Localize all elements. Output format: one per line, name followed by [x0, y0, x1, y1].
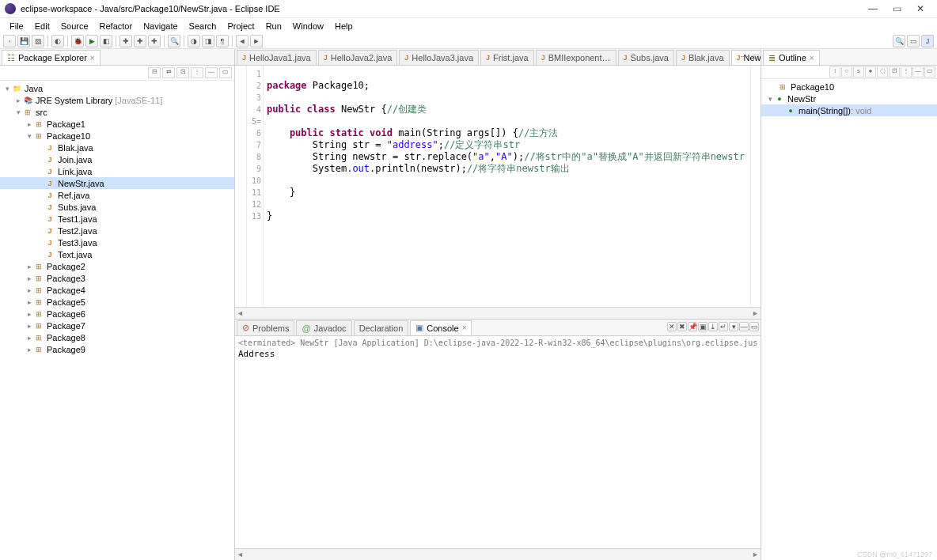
- code-editor[interactable]: 12345=678910111213 package Package10; pu…: [235, 66, 761, 307]
- toggle-mark-icon[interactable]: ◑: [188, 35, 200, 47]
- minimize-editor-icon[interactable]: —: [741, 51, 749, 60]
- package-node[interactable]: ▸⊞Package2: [0, 260, 234, 272]
- package-node[interactable]: ▸⊞Package4: [0, 284, 234, 296]
- maximize-view-icon[interactable]: ▭: [749, 322, 759, 331]
- close-button[interactable]: ✕: [909, 3, 932, 14]
- quick-access-icon[interactable]: 🔍: [893, 35, 905, 47]
- package-node[interactable]: ▸⊞Package1: [0, 118, 234, 130]
- java-file[interactable]: JTest1.java: [0, 213, 234, 225]
- outline-class[interactable]: ▾●NewStr: [761, 93, 937, 104]
- close-icon[interactable]: ×: [462, 324, 467, 332]
- new-class-icon[interactable]: ✚: [148, 35, 161, 47]
- menu-refactor[interactable]: Refactor: [95, 20, 138, 32]
- package-explorer-tree[interactable]: ▾📁Java ▸📚JRE System Library [JavaSE-11] …: [0, 81, 234, 560]
- java-file[interactable]: JBlak.java: [0, 142, 234, 153]
- package-node[interactable]: ▸⊞Package5: [0, 296, 234, 308]
- console-scrollbar[interactable]: ◄►: [235, 548, 761, 560]
- debug-icon[interactable]: 🐞: [71, 35, 84, 47]
- java-file[interactable]: JTest3.java: [0, 236, 234, 248]
- open-perspective-icon[interactable]: ▭: [907, 35, 920, 47]
- collapse-all-icon[interactable]: ⊟: [148, 67, 161, 78]
- hide-static-icon[interactable]: s: [853, 66, 864, 78]
- coverage-icon[interactable]: ◧: [100, 35, 112, 47]
- menu-project[interactable]: Project: [222, 20, 259, 32]
- package-node[interactable]: ▸⊞Package9: [0, 343, 234, 355]
- hide-fields-icon[interactable]: ○: [841, 66, 852, 78]
- package-node[interactable]: ▸⊞Package3: [0, 272, 234, 284]
- editor-tab[interactable]: JSubs.java: [618, 50, 674, 65]
- java-file[interactable]: JLink.java: [0, 165, 234, 177]
- menu-run[interactable]: Run: [261, 20, 286, 32]
- outline-tree[interactable]: ⊞Package10 ▾●NewStr ●main(String[]) : vo…: [761, 79, 937, 560]
- focus-icon[interactable]: ⊡: [889, 66, 900, 78]
- minimize-button[interactable]: —: [861, 3, 885, 14]
- open-console-icon[interactable]: ▾: [729, 322, 738, 331]
- view-menu-icon[interactable]: ⋮: [901, 66, 912, 78]
- menu-edit[interactable]: Edit: [30, 20, 55, 32]
- tab-declaration[interactable]: Declaration: [354, 320, 409, 335]
- maximize-view-icon[interactable]: ▭: [219, 67, 232, 78]
- java-file-selected[interactable]: JNewStr.java: [0, 177, 234, 189]
- tab-outline[interactable]: ≣ Outline ×: [763, 50, 820, 65]
- editor-tab[interactable]: JHelloJava3.java: [399, 50, 479, 65]
- editor-tab[interactable]: JHelloJava1.java: [237, 50, 317, 65]
- editor-tab[interactable]: JFrist.java: [480, 50, 534, 65]
- clear-console-icon[interactable]: ✕: [667, 322, 677, 331]
- new-package-icon[interactable]: ✚: [134, 35, 146, 47]
- menu-help[interactable]: Help: [330, 20, 358, 32]
- save-icon[interactable]: 💾: [17, 35, 30, 47]
- editor-tab[interactable]: JBMIIexponent…: [536, 50, 616, 65]
- java-file[interactable]: JTest2.java: [0, 225, 234, 236]
- maximize-view-icon[interactable]: ▭: [924, 66, 935, 78]
- new-icon[interactable]: ◦: [3, 35, 16, 47]
- package-node[interactable]: ▸⊞Package8: [0, 331, 234, 343]
- java-file[interactable]: JJoin.java: [0, 153, 234, 165]
- java-perspective-icon[interactable]: J: [921, 35, 934, 47]
- menu-navigate[interactable]: Navigate: [138, 20, 182, 32]
- show-whitespace-icon[interactable]: ¶: [216, 35, 229, 47]
- console-output[interactable]: <terminated> NewStr [Java Application] D…: [235, 336, 761, 549]
- maximize-button[interactable]: ▭: [885, 3, 909, 14]
- display-console-icon[interactable]: ▣: [698, 322, 707, 331]
- forward-icon[interactable]: ►: [250, 35, 263, 47]
- hide-nonpublic-icon[interactable]: ●: [865, 66, 876, 78]
- remove-launch-icon[interactable]: ✖: [677, 322, 687, 331]
- editor-scrollbar[interactable]: ◄►: [235, 307, 761, 319]
- tab-problems[interactable]: ⊘Problems: [237, 320, 294, 335]
- close-icon[interactable]: ×: [90, 54, 95, 62]
- menu-window[interactable]: Window: [288, 20, 328, 32]
- minimize-view-icon[interactable]: —: [912, 66, 924, 78]
- focus-icon[interactable]: ⊡: [176, 67, 189, 78]
- hide-local-icon[interactable]: ◌: [877, 66, 888, 78]
- menu-search[interactable]: Search: [184, 20, 222, 32]
- line-number-ruler[interactable]: 12345=678910111213: [247, 66, 264, 307]
- back-icon[interactable]: ◄: [236, 35, 248, 47]
- pin-console-icon[interactable]: 📌: [688, 322, 697, 331]
- toggle-block-icon[interactable]: ◨: [202, 35, 214, 47]
- outline-package[interactable]: ⊞Package10: [761, 81, 937, 93]
- tab-package-explorer[interactable]: ☷ Package Explorer ×: [2, 50, 101, 65]
- editor-tab[interactable]: JBlak.java: [676, 50, 730, 65]
- word-wrap-icon[interactable]: ↵: [719, 322, 728, 331]
- run-icon[interactable]: ▶: [85, 35, 98, 47]
- project-node[interactable]: ▾📁Java: [0, 82, 234, 94]
- search-icon[interactable]: 🔍: [168, 35, 180, 47]
- editor-tab[interactable]: JHelloJava2.java: [318, 50, 398, 65]
- marker-ruler[interactable]: [235, 66, 247, 307]
- menu-source[interactable]: Source: [56, 20, 93, 32]
- scroll-lock-icon[interactable]: ⤓: [708, 322, 718, 331]
- outline-method-selected[interactable]: ●main(String[]) : void: [761, 104, 937, 116]
- package-node[interactable]: ▾⊞Package10: [0, 130, 234, 142]
- java-file[interactable]: JSubs.java: [0, 201, 234, 213]
- minimize-view-icon[interactable]: —: [205, 67, 218, 78]
- package-node[interactable]: ▸⊞Package6: [0, 308, 234, 320]
- maximize-editor-icon[interactable]: ▭: [752, 51, 759, 60]
- java-file[interactable]: JText.java: [0, 248, 234, 260]
- tab-console[interactable]: ▣Console×: [410, 320, 472, 335]
- tab-javadoc[interactable]: @Javadoc: [296, 320, 351, 335]
- save-all-icon[interactable]: ▨: [32, 35, 44, 47]
- jre-node[interactable]: ▸📚JRE System Library [JavaSE-11]: [0, 94, 234, 106]
- new-java-project-icon[interactable]: ✚: [119, 35, 132, 47]
- menu-file[interactable]: File: [5, 20, 28, 32]
- sort-icon[interactable]: ↕: [829, 66, 840, 78]
